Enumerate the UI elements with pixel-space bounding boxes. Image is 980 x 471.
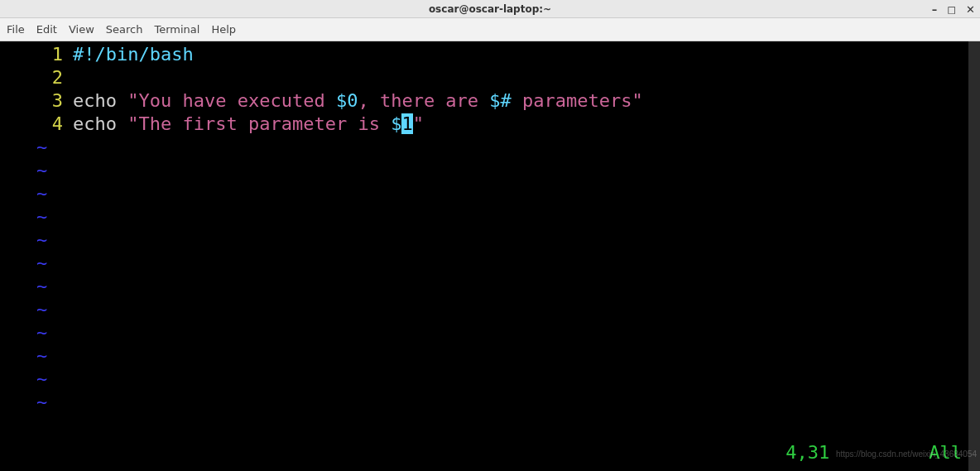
tilde-marker: ~ bbox=[0, 136, 47, 159]
empty-line: ~ bbox=[0, 159, 980, 182]
tilde-marker: ~ bbox=[0, 344, 47, 368]
code-line: 2 bbox=[0, 66, 980, 89]
tilde-marker: ~ bbox=[0, 205, 47, 228]
code-content: echo "You have executed $0, there are $#… bbox=[73, 89, 643, 113]
code-area: 1 #!/bin/bash 2 3 echo "You have execute… bbox=[0, 41, 980, 414]
empty-line: ~ bbox=[0, 252, 980, 275]
empty-line: ~ bbox=[0, 136, 980, 159]
echo-cmd: echo bbox=[73, 113, 127, 134]
empty-line: ~ bbox=[0, 321, 980, 344]
menu-help[interactable]: Help bbox=[211, 23, 236, 36]
tilde-marker: ~ bbox=[0, 159, 47, 182]
line-number: 2 bbox=[0, 66, 73, 89]
variable: $0 bbox=[336, 90, 358, 111]
menu-view[interactable]: View bbox=[69, 23, 94, 36]
window-title: oscar@oscar-laptop:~ bbox=[429, 3, 551, 15]
string-literal: "The first parameter is bbox=[127, 113, 391, 134]
line-number: 4 bbox=[0, 113, 73, 136]
menu-bar: File Edit View Search Terminal Help bbox=[0, 18, 980, 41]
window-titlebar: oscar@oscar-laptop:~ – ◻ ✕ bbox=[0, 0, 980, 18]
string-literal: " bbox=[413, 113, 424, 134]
code-line: 1 #!/bin/bash bbox=[0, 43, 980, 66]
tilde-marker: ~ bbox=[0, 252, 47, 275]
code-line: 4 echo "The first parameter is $1" bbox=[0, 113, 980, 136]
scrollbar[interactable] bbox=[968, 41, 980, 471]
line-number: 3 bbox=[0, 89, 73, 113]
cursor: 1 bbox=[401, 113, 412, 134]
tilde-marker: ~ bbox=[0, 321, 47, 344]
tilde-marker: ~ bbox=[0, 228, 47, 252]
empty-line: ~ bbox=[0, 368, 980, 391]
close-button[interactable]: ✕ bbox=[966, 4, 975, 15]
code-line: 3 echo "You have executed $0, there are … bbox=[0, 89, 980, 113]
menu-search[interactable]: Search bbox=[106, 23, 143, 36]
menu-terminal[interactable]: Terminal bbox=[154, 23, 199, 36]
empty-line: ~ bbox=[0, 275, 980, 298]
tilde-marker: ~ bbox=[0, 182, 47, 205]
minimize-button[interactable]: – bbox=[932, 4, 938, 15]
shebang: #!/bin/bash bbox=[73, 44, 194, 65]
variable: $ bbox=[391, 113, 401, 134]
window-controls: – ◻ ✕ bbox=[932, 0, 975, 18]
empty-line: ~ bbox=[0, 298, 980, 321]
tilde-marker: ~ bbox=[0, 368, 47, 391]
empty-line: ~ bbox=[0, 205, 980, 228]
empty-line: ~ bbox=[0, 182, 980, 205]
cursor-position: 4,31 bbox=[785, 441, 829, 464]
tilde-marker: ~ bbox=[0, 391, 47, 414]
variable: $# bbox=[489, 90, 512, 111]
menu-edit[interactable]: Edit bbox=[36, 23, 57, 36]
code-content: echo "The first parameter is $1" bbox=[73, 113, 424, 136]
string-literal: , there are bbox=[358, 90, 489, 111]
echo-cmd: echo bbox=[73, 90, 127, 111]
menu-file[interactable]: File bbox=[7, 23, 25, 36]
empty-line: ~ bbox=[0, 344, 980, 368]
watermark: https://blog.csdn.net/weixin_43684054 bbox=[836, 443, 977, 466]
string-literal: parameters" bbox=[512, 90, 643, 111]
line-number: 1 bbox=[0, 43, 73, 66]
empty-line: ~ bbox=[0, 391, 980, 414]
string-literal: "You have executed bbox=[127, 90, 336, 111]
terminal-editor[interactable]: 1 #!/bin/bash 2 3 echo "You have execute… bbox=[0, 41, 980, 471]
maximize-button[interactable]: ◻ bbox=[947, 4, 956, 15]
code-content: #!/bin/bash bbox=[73, 43, 194, 66]
tilde-marker: ~ bbox=[0, 275, 47, 298]
tilde-marker: ~ bbox=[0, 298, 47, 321]
empty-line: ~ bbox=[0, 228, 980, 252]
